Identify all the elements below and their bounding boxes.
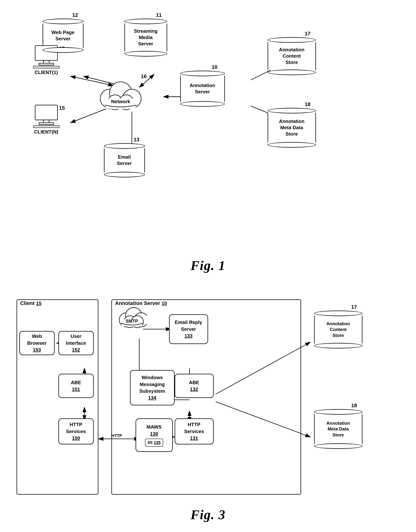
db-top [180, 71, 225, 76]
db-top [314, 409, 362, 415]
user-interface-box: User Interface 152 [58, 331, 94, 355]
web-page-server-ref: 12 [72, 12, 78, 18]
db-top [268, 108, 316, 114]
fig3-annotation-content-store: Annotation Content Store 17 [314, 311, 362, 349]
db-bottom [124, 51, 167, 57]
cloud-svg: Network [95, 73, 147, 114]
fig3-metadata-store-ref: 18 [351, 403, 357, 408]
db-top [268, 37, 316, 43]
svg-text:SMTP: SMTP [125, 319, 138, 323]
clientN-label: CLIENT(N) [34, 129, 58, 135]
svg-rect-28 [35, 105, 57, 120]
db-bottom [43, 47, 84, 53]
metadata-store-ref: 18 [305, 101, 311, 107]
db-body: Annotation Content Store [268, 42, 316, 70]
web-browser-box: Web Browser 153 [19, 331, 55, 355]
abe132-ref: 132 [190, 386, 198, 392]
fig1-title: Fig. 1 [190, 258, 225, 273]
content-store-ref: 17 [305, 31, 311, 37]
maws-box: MAWS 130 IIS 135 [136, 418, 173, 452]
db-body: Email Server [104, 148, 145, 172]
svg-rect-26 [39, 63, 54, 65]
clientN: 15 CLIENT(N) [31, 104, 61, 135]
annotation-content-store: Annotation Content Store 17 [268, 37, 316, 75]
db-bottom [314, 443, 362, 449]
fig3-content-store-ref: 17 [351, 304, 357, 310]
db-body: Web Page Server [43, 24, 84, 48]
svg-rect-31 [33, 125, 59, 128]
email-reply-server-ref: 133 [184, 332, 192, 339]
smtp-cloud-svg: SMTP [117, 303, 147, 329]
client-box-label: Client 15 [20, 300, 41, 306]
fig3-annotation-metadata-store: Annotation Meta Data Store 18 [314, 409, 362, 449]
abe151-box: ABE 151 [58, 374, 94, 398]
db-body: Annotation Server [180, 76, 225, 102]
db-body: Annotation Meta Data Store [314, 414, 362, 444]
fig3-title: Fig. 3 [190, 507, 225, 522]
email-server-ref: 13 [134, 137, 140, 143]
email-server: Email Server 13 [104, 143, 145, 177]
clientN-svg [31, 104, 61, 128]
annotation-server: Annotation Server 10 [180, 71, 225, 107]
web-browser-ref: 153 [33, 346, 41, 353]
abe132-box: ABE 132 [175, 374, 214, 398]
clientN-ref-num: 15 [59, 105, 65, 111]
iis-ref: 135 [154, 440, 161, 446]
user-interface-ref: 152 [72, 346, 80, 353]
fig3-diagram: Client 15 Annotation Server 10 [13, 288, 403, 526]
db-body: Annotation Meta Data Store [268, 113, 316, 143]
email-reply-server-box: Email Reply Server 133 [169, 314, 208, 344]
db-top [43, 19, 84, 24]
svg-rect-30 [39, 123, 54, 124]
db-top [124, 19, 167, 24]
db-bottom [314, 343, 362, 349]
network-ref: 16 [141, 74, 147, 79]
smtp-cloud: SMTP [117, 303, 147, 329]
db-body: Annotation Content Store [314, 315, 362, 343]
client1-label: CLIENT(1) [35, 70, 58, 75]
http131-box: HTTP Services 131 [175, 418, 214, 444]
iis-inner-box: IIS 135 [145, 439, 163, 447]
svg-rect-27 [33, 66, 59, 68]
db-body: Streaming Media Server [124, 24, 167, 51]
svg-text:Network: Network [111, 99, 130, 104]
db-top [104, 143, 145, 149]
streaming-media-server: Streaming Media Server 11 [124, 19, 167, 57]
db-top [314, 311, 362, 316]
annotation-metadata-store: Annotation Meta Data Store 18 [268, 108, 316, 148]
db-bottom [104, 172, 145, 177]
abe151-ref: 151 [72, 386, 80, 392]
http131-ref: 131 [190, 435, 198, 441]
http150-box: HTTP Services 150 [58, 418, 94, 444]
network-cloud: Network 16 [95, 73, 147, 114]
windows-messaging-ref: 134 [148, 394, 156, 401]
http150-ref: 150 [72, 435, 80, 441]
db-bottom [268, 142, 316, 148]
db-bottom [180, 101, 225, 107]
fig1-diagram: Web Page Server 12 Streaming Media Serve… [13, 8, 403, 277]
streaming-server-ref: 11 [156, 12, 162, 18]
db-bottom [268, 70, 316, 75]
main-container: Web Page Server 12 Streaming Media Serve… [0, 0, 416, 532]
annotation-server-ref: 10 [212, 64, 217, 70]
maws-ref: 130 [150, 430, 158, 437]
windows-messaging-box: Windows Messaging Subsystem 134 [130, 370, 175, 405]
